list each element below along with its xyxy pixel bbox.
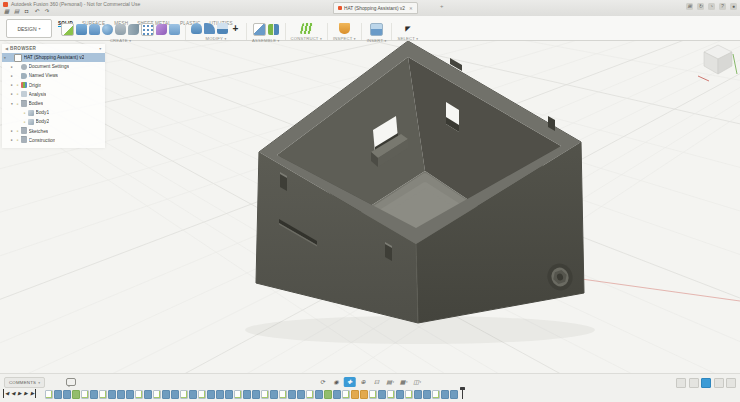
pipe-icon[interactable] xyxy=(128,24,139,35)
help-icon[interactable]: ? xyxy=(719,3,726,10)
ft-icon[interactable] xyxy=(270,390,278,399)
browser-item-origin[interactable]: ▸ ● Origin xyxy=(2,81,105,90)
document-tab[interactable]: HAT (Shopping Assistant) v2 ✕ xyxy=(333,2,418,14)
timeline-settings-icon[interactable] xyxy=(676,378,686,388)
group-create-dropdown[interactable]: CREATE ▾ xyxy=(110,38,131,43)
browser-root[interactable]: ▾ HAT (Shopping Assistant) v2 xyxy=(2,53,105,62)
or-icon[interactable] xyxy=(351,390,359,399)
sk-icon[interactable] xyxy=(279,390,287,399)
ft-icon[interactable] xyxy=(144,390,152,399)
job-status-icon[interactable]: ↻ xyxy=(697,3,704,10)
ft-icon[interactable] xyxy=(333,390,341,399)
filter-icon[interactable]: ▼ xyxy=(98,47,102,51)
visibility-bulb-icon[interactable]: ● xyxy=(16,138,20,142)
timeline-zoom-in-icon[interactable] xyxy=(714,378,724,388)
gr-icon[interactable] xyxy=(324,390,332,399)
comments-bubble-icon[interactable] xyxy=(66,378,76,386)
sk-icon[interactable] xyxy=(342,390,350,399)
sk-icon[interactable] xyxy=(405,390,413,399)
undo-icon[interactable]: ↶ xyxy=(33,8,40,15)
move-icon[interactable] xyxy=(230,23,241,34)
sk-icon[interactable] xyxy=(153,390,161,399)
sk-icon[interactable] xyxy=(135,390,143,399)
timeline-group-icon[interactable] xyxy=(701,378,711,388)
ft-icon[interactable] xyxy=(378,390,386,399)
ft-icon[interactable] xyxy=(63,390,71,399)
visibility-bulb-icon[interactable]: ● xyxy=(23,111,27,115)
orbit-icon[interactable]: ⟳ xyxy=(317,377,329,387)
measure-icon[interactable] xyxy=(339,23,350,34)
form-icon[interactable] xyxy=(156,24,167,35)
profile-avatar[interactable]: ● xyxy=(730,3,737,10)
group-construct-dropdown[interactable]: CONSTRUCT ▾ xyxy=(291,36,322,41)
sk-icon[interactable] xyxy=(432,390,440,399)
step-back-icon[interactable]: ◀ xyxy=(11,389,15,398)
redo-icon[interactable]: ↷ xyxy=(43,8,50,15)
sk-icon[interactable] xyxy=(234,390,242,399)
fit-icon[interactable]: ⊡ xyxy=(371,377,383,387)
save-icon[interactable]: ◘ xyxy=(23,8,30,15)
close-tab-icon[interactable]: ✕ xyxy=(409,6,413,11)
box-icon[interactable] xyxy=(76,24,87,35)
viewports-icon[interactable]: ◫▾ xyxy=(411,377,423,387)
expand-caret-icon[interactable]: ▸ xyxy=(10,138,14,142)
sk-icon[interactable] xyxy=(387,390,395,399)
pattern-icon[interactable] xyxy=(141,23,154,36)
expand-caret-icon[interactable]: ▸ xyxy=(10,129,14,133)
ft-icon[interactable] xyxy=(288,390,296,399)
workspace-selector[interactable]: DESIGN ▾ xyxy=(6,19,52,38)
ft-icon[interactable] xyxy=(225,390,233,399)
look-at-icon[interactable]: ◉ xyxy=(330,377,342,387)
plane-icon[interactable] xyxy=(299,23,313,34)
show-data-panel-icon[interactable]: ▦ xyxy=(3,8,10,15)
joint-icon[interactable] xyxy=(268,24,279,35)
ft-icon[interactable] xyxy=(414,390,422,399)
comments-toggle[interactable]: COMMENTS ▾ xyxy=(4,377,45,388)
sk-icon[interactable] xyxy=(306,390,314,399)
visibility-bulb-icon[interactable]: ● xyxy=(16,129,20,133)
sk-icon[interactable] xyxy=(198,390,206,399)
extensions-icon[interactable]: ⊞ xyxy=(686,3,693,10)
coil-icon[interactable] xyxy=(115,24,126,35)
ft-icon[interactable] xyxy=(54,390,62,399)
visibility-bulb-icon[interactable]: ● xyxy=(16,92,20,96)
sk-icon[interactable] xyxy=(369,390,377,399)
visibility-bulb-icon[interactable]: ● xyxy=(16,102,20,106)
go-to-beginning-icon[interactable]: ◀ xyxy=(3,389,9,398)
group-insert-dropdown[interactable]: INSERT ▾ xyxy=(367,38,387,43)
ft-icon[interactable] xyxy=(207,390,215,399)
insert-icon[interactable] xyxy=(370,23,383,36)
new-tab-button[interactable]: + xyxy=(440,3,444,9)
browser-item-construction[interactable]: ▸ ● Construction xyxy=(2,136,105,145)
file-menu-icon[interactable]: ▤ xyxy=(13,8,20,15)
pan-icon[interactable]: ✚ xyxy=(344,377,356,387)
sk-icon[interactable] xyxy=(180,390,188,399)
ft-icon[interactable] xyxy=(441,390,449,399)
ft-icon[interactable] xyxy=(171,390,179,399)
or-icon[interactable] xyxy=(360,390,368,399)
ft-icon[interactable] xyxy=(216,390,224,399)
ft-icon[interactable] xyxy=(450,390,458,399)
expand-caret-icon[interactable]: ▾ xyxy=(3,56,7,60)
ft-icon[interactable] xyxy=(297,390,305,399)
presspull-icon[interactable] xyxy=(191,23,202,34)
timeline-zoom-out-icon[interactable] xyxy=(689,378,699,388)
gr-icon[interactable] xyxy=(72,390,80,399)
cylinder-icon[interactable] xyxy=(89,24,100,35)
notifications-icon[interactable]: ◔ xyxy=(708,3,715,10)
expand-caret-icon[interactable]: ▸ xyxy=(10,83,14,87)
browser-item-named-views[interactable]: ▸ Named Views xyxy=(2,71,105,80)
viewport[interactable] xyxy=(0,0,740,402)
visibility-bulb-icon[interactable]: ● xyxy=(23,120,27,124)
step-forward-icon[interactable]: ▶ xyxy=(24,389,28,398)
group-select-dropdown[interactable]: SELECT ▾ xyxy=(397,36,418,41)
collapse-panel-icon[interactable]: ◀ xyxy=(5,46,8,51)
zoom-icon[interactable]: ⊕ xyxy=(357,377,369,387)
browser-item-sketches[interactable]: ▸ ● Sketches xyxy=(2,127,105,136)
newcomp-icon[interactable] xyxy=(253,23,266,36)
ft-icon[interactable] xyxy=(162,390,170,399)
thicken-icon[interactable] xyxy=(169,24,180,35)
expand-caret-icon[interactable]: ▸ xyxy=(10,92,14,96)
sk-icon[interactable] xyxy=(261,390,269,399)
group-inspect-dropdown[interactable]: INSPECT ▾ xyxy=(333,36,356,41)
